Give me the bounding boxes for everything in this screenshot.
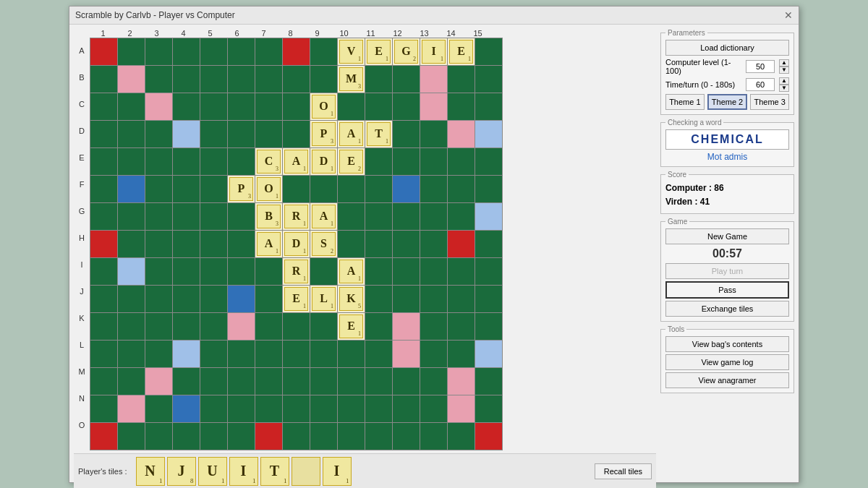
cell-D1[interactable] <box>90 121 117 147</box>
cell-F7[interactable]: O1 <box>255 176 282 202</box>
cell-O6[interactable] <box>228 423 255 450</box>
cell-I4[interactable] <box>173 258 200 285</box>
computer-level-up[interactable]: ▲ <box>779 59 789 67</box>
cell-K5[interactable] <box>200 313 227 340</box>
cell-B6[interactable] <box>228 66 255 93</box>
cell-K14[interactable] <box>448 313 475 340</box>
cell-M2[interactable] <box>118 368 145 395</box>
cell-E12[interactable] <box>393 148 420 175</box>
cell-M8[interactable] <box>283 368 310 395</box>
cell-K12[interactable] <box>393 313 420 340</box>
cell-M15[interactable] <box>475 368 502 395</box>
cell-H8[interactable]: D1 <box>283 231 310 257</box>
player-tile-5[interactable] <box>292 457 320 486</box>
cell-F12[interactable] <box>393 176 420 202</box>
player-tile-2[interactable]: U1 <box>198 457 227 486</box>
cell-K11[interactable] <box>365 313 392 340</box>
cell-C5[interactable] <box>200 93 227 120</box>
cell-H7[interactable]: A1 <box>255 231 282 257</box>
cell-B12[interactable] <box>393 66 420 93</box>
cell-O4[interactable] <box>173 423 200 450</box>
cell-E8[interactable]: A1 <box>283 148 310 175</box>
cell-F6[interactable]: P3 <box>228 176 255 202</box>
cell-B3[interactable] <box>145 66 172 93</box>
cell-N11[interactable] <box>365 395 392 422</box>
cell-N15[interactable] <box>475 395 502 422</box>
cell-J6[interactable] <box>228 286 255 312</box>
cell-C11[interactable] <box>365 93 392 120</box>
cell-D9[interactable]: P3 <box>310 121 337 147</box>
cell-D7[interactable] <box>255 121 282 147</box>
cell-J15[interactable] <box>475 286 502 312</box>
cell-L3[interactable] <box>145 341 172 367</box>
cell-I15[interactable] <box>475 258 502 285</box>
cell-A14[interactable]: E1 <box>448 38 475 65</box>
cell-F13[interactable] <box>420 176 447 202</box>
cell-O1[interactable] <box>90 423 117 450</box>
cell-M11[interactable] <box>365 368 392 395</box>
cell-H12[interactable] <box>393 231 420 257</box>
cell-J10[interactable]: K5 <box>338 286 365 312</box>
cell-F10[interactable] <box>338 176 365 202</box>
cell-N10[interactable] <box>338 395 365 422</box>
cell-A5[interactable] <box>200 38 227 65</box>
cell-I10[interactable]: A1 <box>338 258 365 285</box>
cell-O11[interactable] <box>365 423 392 450</box>
play-turn-button[interactable]: Play turn <box>665 263 789 279</box>
view-log-button[interactable]: View game log <box>665 354 789 370</box>
cell-I8[interactable]: R1 <box>283 258 310 285</box>
cell-C9[interactable]: O1 <box>310 93 337 120</box>
cell-C15[interactable] <box>475 93 502 120</box>
cell-A7[interactable] <box>255 38 282 65</box>
cell-N6[interactable] <box>228 395 255 422</box>
cell-O14[interactable] <box>448 423 475 450</box>
cell-G13[interactable] <box>420 203 447 230</box>
cell-E5[interactable] <box>200 148 227 175</box>
cell-G2[interactable] <box>118 203 145 230</box>
cell-A6[interactable] <box>228 38 255 65</box>
cell-D6[interactable] <box>228 121 255 147</box>
cell-G12[interactable] <box>393 203 420 230</box>
cell-K9[interactable] <box>310 313 337 340</box>
cell-G15[interactable] <box>475 203 502 230</box>
cell-K15[interactable] <box>475 313 502 340</box>
cell-J13[interactable] <box>420 286 447 312</box>
cell-D13[interactable] <box>420 121 447 147</box>
cell-D12[interactable] <box>393 121 420 147</box>
cell-A12[interactable]: G2 <box>393 38 420 65</box>
cell-B7[interactable] <box>255 66 282 93</box>
cell-C14[interactable] <box>448 93 475 120</box>
cell-D2[interactable] <box>118 121 145 147</box>
cell-D8[interactable] <box>283 121 310 147</box>
cell-N13[interactable] <box>420 395 447 422</box>
cell-D3[interactable] <box>145 121 172 147</box>
cell-D11[interactable]: T1 <box>365 121 392 147</box>
cell-O5[interactable] <box>200 423 227 450</box>
cell-I2[interactable] <box>118 258 145 285</box>
cell-F3[interactable] <box>145 176 172 202</box>
cell-C2[interactable] <box>118 93 145 120</box>
cell-E7[interactable]: C3 <box>255 148 282 175</box>
cell-H4[interactable] <box>173 231 200 257</box>
load-dictionary-button[interactable]: Load dictionary <box>665 40 789 56</box>
cell-C1[interactable] <box>90 93 117 120</box>
cell-A8[interactable] <box>283 38 310 65</box>
exchange-tiles-button[interactable]: Exchange tiles <box>665 301 789 317</box>
cell-N4[interactable] <box>173 395 200 422</box>
cell-I11[interactable] <box>365 258 392 285</box>
cell-O15[interactable] <box>475 423 502 450</box>
player-tile-6[interactable]: I1 <box>323 457 352 486</box>
cell-G14[interactable] <box>448 203 475 230</box>
cell-N8[interactable] <box>283 395 310 422</box>
cell-N3[interactable] <box>145 395 172 422</box>
player-tile-4[interactable]: T1 <box>260 457 289 486</box>
cell-O3[interactable] <box>145 423 172 450</box>
cell-I9[interactable] <box>310 258 337 285</box>
cell-K10[interactable]: E1 <box>338 313 365 340</box>
cell-H14[interactable] <box>448 231 475 257</box>
cell-H1[interactable] <box>90 231 117 257</box>
cell-B11[interactable] <box>365 66 392 93</box>
time-turn-down[interactable]: ▼ <box>779 85 789 92</box>
cell-M5[interactable] <box>200 368 227 395</box>
cell-H9[interactable]: S2 <box>310 231 337 257</box>
